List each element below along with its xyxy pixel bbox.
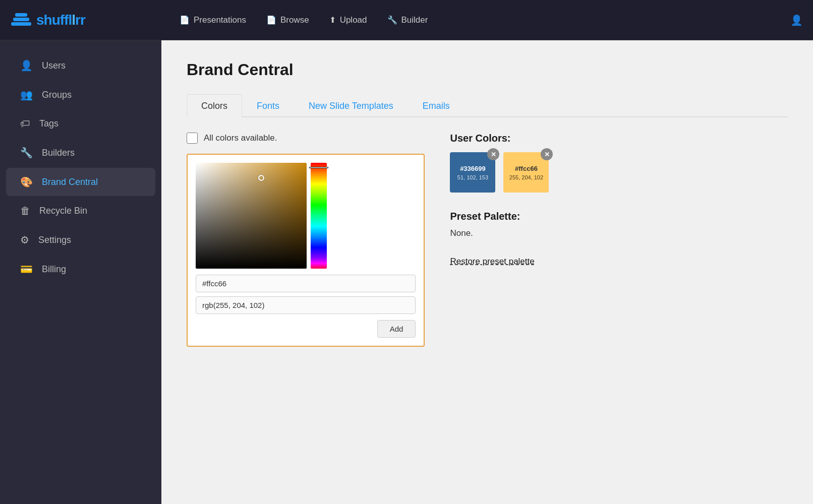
sidebar-item-recycle-bin-label: Recycle Bin bbox=[39, 206, 87, 216]
groups-icon: 👥 bbox=[20, 89, 33, 101]
nav-builder-label: Builder bbox=[401, 15, 428, 25]
svg-rect-0 bbox=[11, 22, 31, 26]
swatch-1-hex: #336699 bbox=[460, 165, 486, 172]
color-rgb-input[interactable] bbox=[196, 296, 416, 314]
user-icon[interactable]: 👤 bbox=[790, 14, 803, 26]
sidebar-item-recycle-bin[interactable]: 🗑 Recycle Bin bbox=[6, 197, 155, 225]
logo-suffix: rr bbox=[75, 12, 85, 28]
logo-area: shuffllrr bbox=[10, 11, 171, 29]
content-area: Brand Central Colors Fonts New Slide Tem… bbox=[161, 40, 813, 504]
logo-icon bbox=[10, 11, 32, 29]
sidebar-item-users[interactable]: 👤 Users bbox=[6, 51, 155, 80]
sidebar-item-billing[interactable]: 💳 Billing bbox=[6, 255, 155, 283]
right-panel: User Colors: ✕ #336699 51, 102, 153 bbox=[450, 133, 788, 267]
app-wrapper: shuffllrr 📄 Presentations 📄 Browse ⬆ Upl… bbox=[0, 0, 813, 504]
sidebar-item-brand-central[interactable]: 🎨 Brand Central bbox=[6, 168, 155, 196]
page-title: Brand Central bbox=[187, 60, 788, 79]
sidebar-item-builders[interactable]: 🔧 Builders bbox=[6, 139, 155, 167]
recycle-bin-icon: 🗑 bbox=[20, 205, 30, 217]
nav-presentations[interactable]: 📄 Presentations bbox=[171, 11, 254, 29]
sidebar-item-billing-label: Billing bbox=[42, 264, 66, 275]
checkbox-row: All colors available. bbox=[187, 133, 425, 144]
logo-prefix: shuffl bbox=[36, 12, 72, 28]
tabs: Colors Fonts New Slide Templates Emails bbox=[187, 94, 788, 117]
restore-preset-link[interactable]: Restore preset palette bbox=[450, 257, 534, 266]
sidebar: 👤 Users 👥 Groups 🏷 Tags 🔧 Builders 🎨 Bra… bbox=[0, 40, 161, 504]
nav-links: 📄 Presentations 📄 Browse ⬆ Upload 🔧 Buil… bbox=[171, 11, 778, 29]
nav-upload-label: Upload bbox=[340, 15, 367, 25]
sidebar-item-settings[interactable]: ⚙ Settings bbox=[6, 226, 155, 254]
nav-builder[interactable]: 🔧 Builder bbox=[379, 11, 436, 29]
swatch-1-rgb: 51, 102, 153 bbox=[457, 174, 488, 180]
top-nav: shuffllrr 📄 Presentations 📄 Browse ⬆ Upl… bbox=[0, 0, 813, 40]
sidebar-item-builders-label: Builders bbox=[42, 148, 75, 158]
color-swatch-1-remove[interactable]: ✕ bbox=[487, 148, 499, 160]
color-picker-section: All colors available. bbox=[187, 133, 425, 347]
logo-highlight: l bbox=[72, 12, 75, 28]
main-layout: 👤 Users 👥 Groups 🏷 Tags 🔧 Builders 🎨 Bra… bbox=[0, 40, 813, 504]
presentations-icon: 📄 bbox=[180, 15, 190, 25]
all-colors-checkbox[interactable] bbox=[187, 133, 198, 144]
svg-rect-1 bbox=[13, 18, 29, 21]
color-hex-input[interactable] bbox=[196, 275, 416, 292]
user-colors-row: ✕ #336699 51, 102, 153 ✕ #ffcc66 255, bbox=[450, 152, 788, 193]
users-icon: 👤 bbox=[20, 59, 33, 72]
swatch-2-rgb: 255, 204, 102 bbox=[509, 174, 543, 180]
nav-upload[interactable]: ⬆ Upload bbox=[321, 11, 375, 29]
spectrum-indicator bbox=[309, 167, 328, 168]
brand-central-icon: 🎨 bbox=[20, 176, 33, 188]
builders-icon: 🔧 bbox=[20, 147, 33, 159]
nav-presentations-label: Presentations bbox=[194, 15, 246, 25]
picker-dot bbox=[258, 175, 264, 181]
logo-text: shuffllrr bbox=[36, 12, 85, 28]
color-swatch-2-wrapper: ✕ #ffcc66 255, 204, 102 bbox=[503, 152, 549, 193]
preset-none: None. bbox=[450, 228, 788, 238]
nav-browse-label: Browse bbox=[280, 15, 309, 25]
billing-icon: 💳 bbox=[20, 263, 33, 275]
tab-new-slide-templates[interactable]: New Slide Templates bbox=[294, 94, 408, 117]
sidebar-item-groups[interactable]: 👥 Groups bbox=[6, 81, 155, 109]
tab-colors[interactable]: Colors bbox=[187, 94, 242, 117]
svg-rect-2 bbox=[15, 13, 27, 17]
sidebar-item-groups-label: Groups bbox=[42, 90, 72, 100]
color-gradient[interactable] bbox=[196, 163, 307, 269]
tab-emails[interactable]: Emails bbox=[408, 94, 464, 117]
tags-icon: 🏷 bbox=[20, 118, 30, 130]
color-picker-box: Add bbox=[187, 154, 425, 347]
sidebar-item-users-label: Users bbox=[42, 60, 66, 71]
user-colors-title: User Colors: bbox=[450, 133, 788, 144]
upload-icon: ⬆ bbox=[329, 15, 336, 25]
tab-fonts[interactable]: Fonts bbox=[242, 94, 294, 117]
color-spectrum[interactable] bbox=[311, 163, 327, 269]
gradient-dark bbox=[196, 163, 307, 269]
sidebar-item-tags[interactable]: 🏷 Tags bbox=[6, 110, 155, 138]
add-row: Add bbox=[196, 320, 416, 338]
preset-palette-title: Preset Palette: bbox=[450, 211, 788, 222]
builder-icon: 🔧 bbox=[387, 15, 397, 25]
color-swatch-1-wrapper: ✕ #336699 51, 102, 153 bbox=[450, 152, 495, 193]
sidebar-item-settings-label: Settings bbox=[38, 235, 71, 245]
swatch-2-hex: #ffcc66 bbox=[515, 165, 538, 172]
picker-canvas-area bbox=[196, 163, 416, 269]
nav-right: 👤 bbox=[778, 14, 803, 26]
colors-content: All colors available. bbox=[187, 133, 788, 347]
settings-icon: ⚙ bbox=[20, 234, 29, 246]
add-button[interactable]: Add bbox=[377, 320, 416, 338]
all-colors-label: All colors available. bbox=[204, 133, 277, 143]
browse-icon: 📄 bbox=[266, 15, 276, 25]
color-swatch-2-remove[interactable]: ✕ bbox=[541, 148, 553, 160]
nav-browse[interactable]: 📄 Browse bbox=[258, 11, 317, 29]
sidebar-item-tags-label: Tags bbox=[39, 118, 59, 129]
sidebar-item-brand-central-label: Brand Central bbox=[42, 177, 98, 187]
